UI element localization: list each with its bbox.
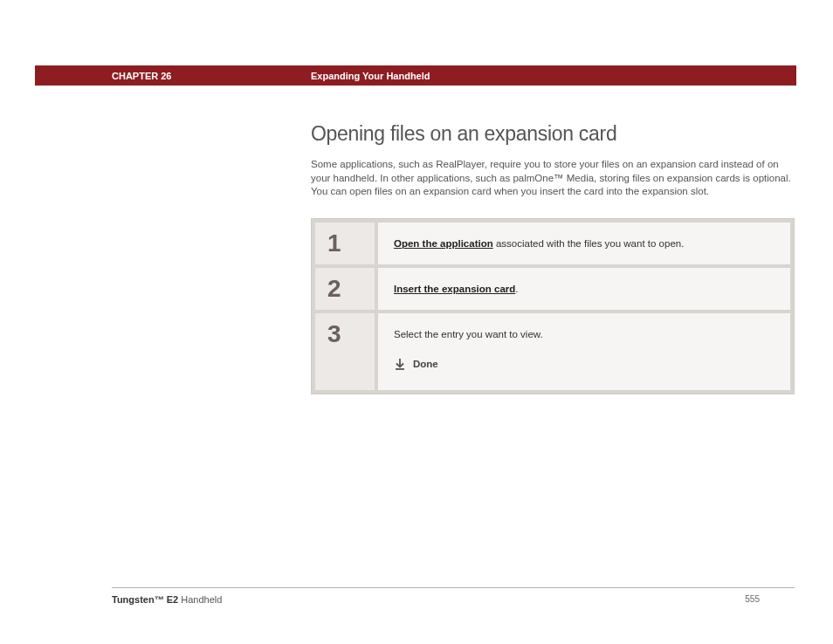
footer-product: Tungsten™ E2 Handheld xyxy=(112,594,222,605)
step-row: 1 Open the application associated with t… xyxy=(315,223,790,264)
chapter-title: Expanding Your Handheld xyxy=(311,71,430,81)
product-name-rest: Handheld xyxy=(178,594,222,605)
product-name-bold: Tungsten™ E2 xyxy=(112,594,178,605)
step-text: . xyxy=(515,284,518,294)
footer-divider xyxy=(112,587,795,588)
step-row: 3 Select the entry you want to view. Don… xyxy=(315,313,790,390)
step-number: 3 xyxy=(315,313,375,390)
page-heading: Opening files on an expansion card xyxy=(311,122,795,146)
intro-paragraph: Some applications, such as RealPlayer, r… xyxy=(311,158,795,199)
step-number: 1 xyxy=(315,223,375,264)
done-arrow-icon xyxy=(394,358,406,370)
step-text: Select the entry you want to view. xyxy=(394,327,774,341)
open-application-link[interactable]: Open the application xyxy=(394,238,493,249)
done-label: Done xyxy=(413,357,438,371)
done-row: Done xyxy=(394,357,774,371)
step-text: associated with the files you want to op… xyxy=(493,238,685,249)
page-number: 555 xyxy=(745,594,760,604)
step-body: Insert the expansion card. xyxy=(378,268,790,310)
chapter-number: CHAPTER 26 xyxy=(112,71,171,81)
step-body: Open the application associated with the… xyxy=(378,223,790,264)
step-body: Select the entry you want to view. Done xyxy=(378,313,790,390)
chapter-bar: CHAPTER 26 Expanding Your Handheld xyxy=(35,65,796,86)
step-row: 2 Insert the expansion card. xyxy=(315,268,790,310)
steps-container: 1 Open the application associated with t… xyxy=(311,218,795,394)
insert-card-link[interactable]: Insert the expansion card xyxy=(394,284,515,294)
step-number: 2 xyxy=(315,268,375,310)
